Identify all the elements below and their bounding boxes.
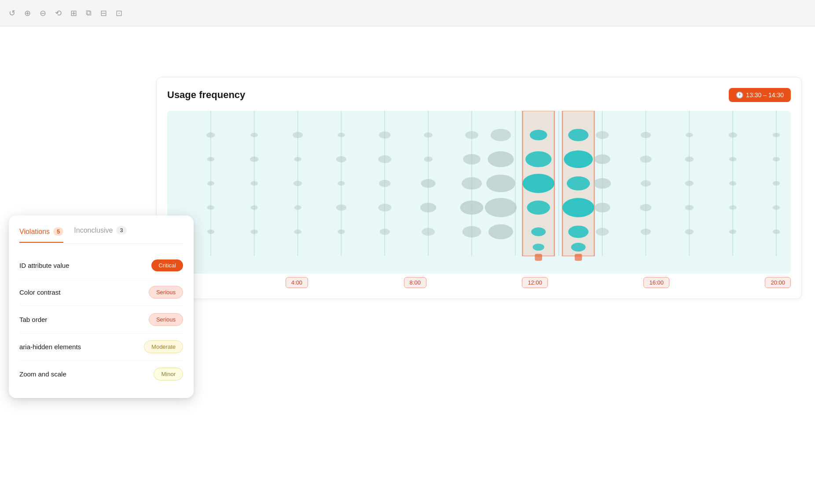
svg-point-33 bbox=[336, 156, 346, 162]
frame-icon[interactable]: ⊡ bbox=[116, 8, 122, 18]
svg-point-91 bbox=[562, 198, 594, 217]
svg-point-32 bbox=[294, 157, 301, 161]
violations-tab-label: Violations bbox=[19, 228, 50, 236]
svg-point-69 bbox=[207, 230, 214, 234]
measure-icon[interactable]: ⊟ bbox=[100, 8, 107, 18]
svg-point-31 bbox=[250, 157, 259, 162]
svg-point-60 bbox=[378, 204, 391, 212]
svg-point-81 bbox=[773, 230, 780, 234]
time-range-badge: 🕐 13:30 – 14:30 bbox=[729, 88, 791, 102]
svg-point-39 bbox=[640, 156, 651, 163]
violation-row-3: Tab order Serious bbox=[19, 306, 183, 333]
svg-point-36 bbox=[463, 154, 481, 164]
svg-point-28 bbox=[728, 132, 737, 138]
violation-row-5: Zoom and scale Minor bbox=[19, 361, 183, 387]
time-label-16: 16:00 bbox=[643, 277, 669, 288]
severity-badge-4: Moderate bbox=[144, 340, 183, 353]
svg-point-26 bbox=[641, 132, 651, 138]
svg-point-85 bbox=[527, 201, 550, 215]
svg-point-50 bbox=[486, 175, 515, 192]
svg-point-61 bbox=[420, 203, 436, 212]
svg-point-43 bbox=[207, 181, 214, 186]
chart-svg bbox=[167, 111, 791, 274]
svg-point-78 bbox=[641, 229, 651, 235]
chart-title: Usage frequency bbox=[167, 89, 245, 101]
severity-badge-3: Serious bbox=[149, 313, 183, 326]
violation-name-4: aria-hidden elements bbox=[19, 343, 81, 351]
time-label-20: 20:00 bbox=[765, 277, 791, 288]
svg-point-74 bbox=[422, 228, 435, 236]
violation-row-4: aria-hidden elements Moderate bbox=[19, 333, 183, 361]
svg-rect-95 bbox=[575, 254, 582, 261]
grid-icon[interactable]: ⊞ bbox=[70, 8, 77, 18]
svg-point-70 bbox=[250, 230, 257, 234]
bubble-chart bbox=[167, 111, 791, 274]
svg-point-84 bbox=[522, 174, 554, 193]
tab-violations[interactable]: Violations 5 bbox=[19, 227, 63, 243]
violation-row-2: Color contrast Serious bbox=[19, 279, 183, 306]
content-area: Usage frequency 🕐 13:30 – 14:30 bbox=[0, 26, 815, 504]
chart-header: Usage frequency 🕐 13:30 – 14:30 bbox=[167, 88, 791, 102]
svg-point-62 bbox=[460, 201, 484, 215]
svg-point-71 bbox=[294, 230, 301, 234]
svg-point-54 bbox=[729, 181, 736, 186]
svg-point-23 bbox=[465, 131, 478, 139]
svg-point-24 bbox=[491, 129, 511, 141]
svg-point-88 bbox=[568, 129, 588, 141]
svg-point-90 bbox=[567, 176, 590, 190]
svg-point-83 bbox=[525, 151, 551, 167]
svg-point-55 bbox=[773, 181, 780, 186]
tab-inconclusive[interactable]: Inconclusive 3 bbox=[74, 226, 126, 236]
violation-name-3: Tab order bbox=[19, 316, 47, 323]
svg-point-40 bbox=[685, 157, 694, 162]
svg-point-17 bbox=[206, 132, 215, 138]
svg-point-77 bbox=[596, 228, 609, 236]
violation-name-1: ID attribute value bbox=[19, 262, 69, 269]
time-label-12: 12:00 bbox=[522, 277, 548, 288]
svg-point-73 bbox=[380, 229, 390, 235]
svg-point-87 bbox=[532, 244, 544, 251]
severity-badge-1: Critical bbox=[151, 259, 183, 271]
clock-icon: 🕐 bbox=[736, 91, 743, 99]
svg-point-92 bbox=[568, 226, 588, 238]
violation-row-1: ID attribute value Critical bbox=[19, 252, 183, 279]
svg-point-65 bbox=[640, 204, 651, 211]
svg-point-89 bbox=[564, 150, 593, 168]
svg-point-57 bbox=[250, 205, 257, 210]
svg-point-44 bbox=[250, 181, 257, 186]
svg-point-82 bbox=[530, 130, 547, 140]
violation-name-5: Zoom and scale bbox=[19, 370, 66, 378]
svg-point-76 bbox=[488, 224, 513, 239]
refresh-icon[interactable]: ↺ bbox=[9, 8, 15, 18]
svg-point-49 bbox=[462, 177, 482, 190]
zoom-in-icon[interactable]: ⊕ bbox=[24, 8, 31, 18]
inconclusive-count: 3 bbox=[116, 226, 126, 234]
svg-point-53 bbox=[685, 181, 694, 186]
svg-point-67 bbox=[729, 205, 736, 210]
svg-point-47 bbox=[379, 180, 390, 187]
svg-point-51 bbox=[594, 178, 611, 189]
svg-point-45 bbox=[294, 181, 302, 186]
zoom-out-icon[interactable]: ⊖ bbox=[40, 8, 46, 18]
severity-badge-5: Minor bbox=[154, 368, 183, 380]
svg-point-34 bbox=[378, 155, 391, 163]
svg-point-18 bbox=[250, 133, 257, 137]
svg-point-66 bbox=[685, 205, 694, 210]
time-axis: 0:00 4:00 8:00 12:00 16:00 20:00 bbox=[167, 274, 791, 288]
svg-point-63 bbox=[485, 198, 517, 217]
svg-point-22 bbox=[424, 132, 433, 138]
time-label-8: 8:00 bbox=[404, 277, 426, 288]
violations-count: 5 bbox=[53, 227, 63, 236]
svg-point-79 bbox=[685, 229, 694, 234]
svg-point-68 bbox=[773, 205, 780, 210]
svg-point-41 bbox=[729, 157, 736, 161]
svg-point-27 bbox=[686, 133, 693, 137]
svg-point-29 bbox=[773, 133, 780, 137]
svg-rect-94 bbox=[535, 254, 542, 261]
svg-point-93 bbox=[571, 243, 586, 252]
svg-point-38 bbox=[594, 154, 610, 164]
copy-icon[interactable]: ⧉ bbox=[86, 8, 92, 18]
svg-point-58 bbox=[294, 205, 301, 210]
search-icon[interactable]: ⟲ bbox=[55, 8, 62, 18]
svg-point-19 bbox=[293, 132, 303, 138]
